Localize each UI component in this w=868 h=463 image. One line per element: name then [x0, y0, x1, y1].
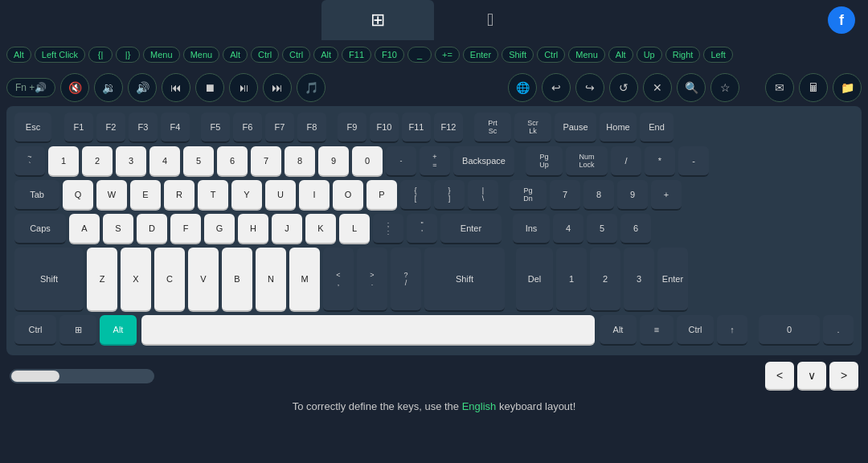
key-num3[interactable]: 3	[624, 248, 654, 312]
key-tab[interactable]: Tab	[14, 180, 59, 211]
shortcut-f11[interactable]: F11	[342, 47, 371, 63]
key-numslash[interactable]: /	[611, 146, 641, 177]
key-w[interactable]: W	[96, 180, 127, 211]
key-numplus[interactable]: +	[651, 180, 682, 211]
folder-button[interactable]: 📁	[833, 73, 862, 102]
stop-button[interactable]: ⏹	[195, 73, 224, 102]
key-f8[interactable]: F8	[297, 113, 326, 143]
key-num0[interactable]: 0	[759, 315, 820, 346]
key-f7[interactable]: F7	[265, 113, 294, 143]
key-space[interactable]	[141, 315, 595, 346]
key-q[interactable]: Q	[63, 180, 93, 211]
key-y[interactable]: Y	[231, 180, 262, 211]
shortcut-enter[interactable]: Enter	[463, 47, 498, 63]
shortcut-alt4[interactable]: Alt	[608, 47, 633, 63]
key-k[interactable]: K	[305, 214, 336, 244]
key-i[interactable]: I	[299, 180, 330, 211]
key-9[interactable]: 9	[318, 146, 349, 177]
shortcut-f10[interactable]: F10	[375, 47, 404, 63]
key-numminus[interactable]: -	[678, 146, 709, 177]
shortcut-menu2[interactable]: Menu	[183, 47, 220, 63]
key-f9[interactable]: F9	[338, 113, 366, 143]
key-h[interactable]: H	[238, 214, 268, 244]
key-n[interactable]: N	[256, 248, 286, 312]
play-pause-button[interactable]: ⏯	[229, 73, 258, 102]
key-shift-left[interactable]: Shift	[14, 248, 84, 312]
key-numdot[interactable]: .	[823, 315, 854, 346]
key-backslash[interactable]: |\	[468, 180, 498, 211]
arrow-left-button[interactable]: <	[765, 362, 794, 391]
shortcut-leftclick[interactable]: Left Click	[35, 47, 85, 63]
key-num7[interactable]: 7	[550, 180, 580, 211]
key-period[interactable]: >.	[357, 248, 387, 312]
vol-up-button[interactable]: 🔊	[128, 73, 157, 102]
shortcut-shift[interactable]: Shift	[502, 47, 534, 63]
key-s[interactable]: S	[103, 214, 133, 244]
key-backspace[interactable]: Backspace	[453, 146, 514, 177]
vol-down-button[interactable]: 🔉	[94, 73, 123, 102]
shortcut-plusequal[interactable]: +=	[435, 47, 460, 63]
key-7[interactable]: 7	[251, 146, 281, 177]
key-f3[interactable]: F3	[129, 113, 158, 143]
shortcut-underscore[interactable]: _	[407, 47, 432, 63]
key-alt-left[interactable]: Alt	[100, 315, 137, 346]
key-home[interactable]: Home	[600, 113, 637, 143]
key-minus[interactable]: -	[386, 146, 416, 177]
mute-button[interactable]: 🔇	[60, 73, 89, 102]
key-enter[interactable]: Enter	[440, 214, 502, 244]
shortcut-closebrace[interactable]: |}	[116, 47, 140, 63]
scroll-track[interactable]	[10, 369, 154, 383]
key-f11[interactable]: F11	[402, 113, 431, 143]
browser-refresh-button[interactable]: ↺	[609, 73, 638, 102]
key-prtsc[interactable]: PrtSc	[474, 113, 511, 143]
browser-back-button[interactable]: ↩	[542, 73, 571, 102]
key-num6[interactable]: 6	[620, 214, 651, 244]
shortcut-ctrl3[interactable]: Ctrl	[537, 47, 565, 63]
shortcut-right[interactable]: Right	[665, 47, 701, 63]
key-numstar[interactable]: *	[645, 146, 675, 177]
key-caps[interactable]: Caps	[14, 214, 66, 244]
calculator-button[interactable]: 🖩	[799, 73, 828, 102]
key-ctrl-right[interactable]: Ctrl	[677, 315, 714, 346]
key-c[interactable]: C	[154, 248, 185, 312]
key-closebracket[interactable]: }]	[434, 180, 465, 211]
key-f2[interactable]: F2	[96, 113, 125, 143]
browser-forward-button[interactable]: ↪	[575, 73, 604, 102]
key-j[interactable]: J	[272, 214, 302, 244]
key-openbracket[interactable]: {[	[400, 180, 431, 211]
shortcut-menu3[interactable]: Menu	[568, 47, 605, 63]
key-d[interactable]: D	[137, 214, 167, 244]
key-f[interactable]: F	[170, 214, 201, 244]
key-pgdn[interactable]: PgDn	[510, 180, 547, 211]
key-num4[interactable]: 4	[553, 214, 583, 244]
key-m[interactable]: M	[289, 248, 320, 312]
facebook-button[interactable]: f	[828, 6, 855, 34]
tab-apple[interactable]: 	[434, 0, 547, 40]
key-f6[interactable]: F6	[233, 113, 262, 143]
key-t[interactable]: T	[198, 180, 228, 211]
arrow-down-button[interactable]: ∨	[797, 362, 826, 391]
key-quote[interactable]: "'	[407, 214, 437, 244]
key-semicolon[interactable]: ;:	[373, 214, 403, 244]
key-pause[interactable]: Pause	[555, 113, 596, 143]
key-num2[interactable]: 2	[590, 248, 620, 312]
key-del[interactable]: Del	[516, 248, 553, 312]
key-f5[interactable]: F5	[201, 113, 230, 143]
email-button[interactable]: ✉	[765, 73, 794, 102]
key-numenter[interactable]: Enter	[657, 248, 688, 312]
key-5[interactable]: 5	[183, 146, 214, 177]
key-a[interactable]: A	[69, 214, 100, 244]
key-v[interactable]: V	[188, 248, 219, 312]
key-6[interactable]: 6	[217, 146, 248, 177]
key-scrlk[interactable]: ScrLk	[514, 113, 551, 143]
next-track-button[interactable]: ⏭	[263, 73, 292, 102]
key-3[interactable]: 3	[116, 146, 146, 177]
key-end[interactable]: End	[640, 113, 674, 143]
shortcut-alt3[interactable]: Alt	[313, 47, 338, 63]
key-f12[interactable]: F12	[434, 113, 463, 143]
key-alt-right[interactable]: Alt	[600, 315, 637, 346]
key-num5[interactable]: 5	[587, 214, 617, 244]
key-b[interactable]: B	[222, 248, 252, 312]
key-4[interactable]: 4	[149, 146, 180, 177]
key-esc[interactable]: Esc	[14, 113, 51, 143]
